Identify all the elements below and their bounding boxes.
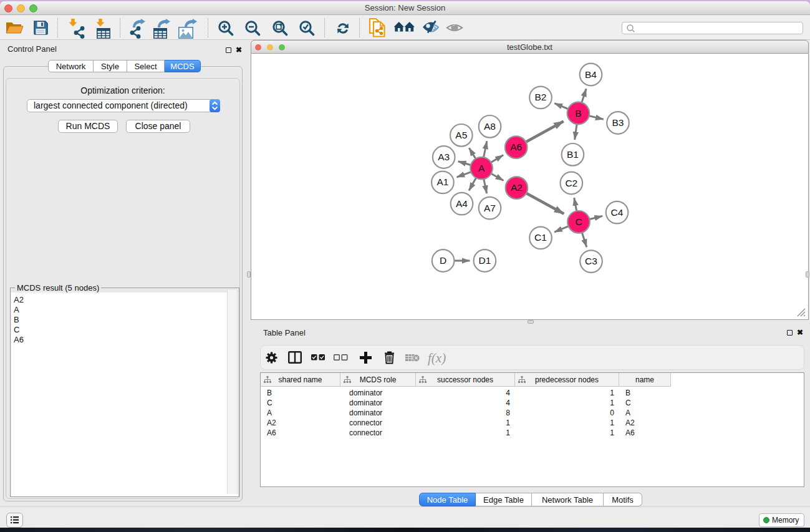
svg-text:C4: C4 [611, 207, 624, 218]
svg-text:B2: B2 [535, 92, 547, 102]
svg-text:C: C [575, 216, 582, 227]
svg-text:C1: C1 [534, 232, 547, 243]
svg-text:A4: A4 [456, 198, 468, 209]
svg-text:A7: A7 [484, 203, 496, 213]
svg-text:A1: A1 [436, 177, 448, 187]
svg-text:A8: A8 [484, 121, 496, 132]
svg-text:A: A [478, 163, 485, 173]
svg-text:D: D [440, 255, 446, 266]
svg-text:D1: D1 [478, 255, 491, 266]
svg-text:C3: C3 [585, 256, 597, 266]
svg-text:B4: B4 [585, 69, 597, 80]
svg-text:B1: B1 [567, 149, 579, 160]
svg-text:A5: A5 [455, 130, 467, 140]
svg-text:B3: B3 [612, 117, 624, 128]
svg-text:A2: A2 [511, 182, 523, 193]
svg-text:B: B [575, 108, 581, 118]
svg-text:A3: A3 [438, 152, 450, 162]
svg-text:C2: C2 [565, 178, 577, 188]
svg-text:A6: A6 [510, 142, 522, 152]
